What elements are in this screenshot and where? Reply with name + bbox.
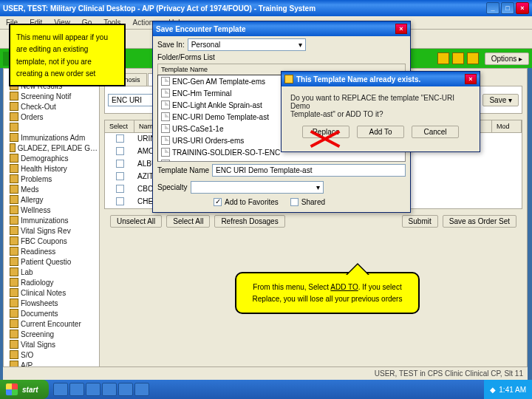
tree-item[interactable]: Immunizations Adm (5, 132, 98, 143)
file-icon (161, 100, 170, 109)
tree-item[interactable]: Problems (5, 174, 98, 184)
tree-item[interactable] (5, 122, 98, 132)
folder-icon (10, 154, 18, 163)
folder-icon (10, 247, 18, 256)
template-name-input[interactable]: ENC URI Demo Template-ast (212, 164, 406, 177)
folder-icon (10, 257, 18, 266)
refresh-dosages-button[interactable]: Refresh Dosages (214, 215, 284, 228)
clock: 1:41 AM (499, 386, 526, 394)
tree-item[interactable]: Wellness (5, 205, 98, 215)
red-x-overlay (309, 124, 341, 151)
tree-item[interactable]: Check-Out (5, 101, 98, 112)
folder-icon (10, 174, 18, 183)
order-checkbox[interactable] (105, 160, 134, 169)
tree-item[interactable]: FBC Coupons (5, 236, 98, 246)
cancel-button[interactable]: Cancel (412, 126, 459, 138)
chevron-down-icon: ▾ (299, 41, 302, 49)
warning-icon (284, 75, 293, 83)
tree-item[interactable]: Screening (5, 329, 98, 339)
tree-item[interactable]: Immunizations (5, 215, 98, 225)
taskbar-app-5[interactable] (118, 383, 133, 396)
tree-item[interactable]: Vital Signs (5, 339, 98, 349)
folder-icon (10, 92, 18, 100)
chevron-down-icon: ▾ (316, 183, 320, 191)
tree-item[interactable]: Meds (5, 184, 98, 194)
add-favorites-checkbox[interactable]: ✓Add to Favorites (214, 198, 279, 206)
order-checkbox[interactable] (105, 172, 134, 182)
add-to-button[interactable]: Add To (357, 126, 404, 138)
folder-icon (10, 267, 18, 276)
folder-icon (10, 278, 18, 287)
maximize-button[interactable]: □ (501, 2, 514, 14)
specialty-field: Specialty ▾ (153, 179, 410, 196)
tree-item[interactable]: GLADEZ, EPILADE G… (5, 143, 98, 153)
save-options: ✓Add to Favorites Shared (153, 196, 410, 208)
annotation-callout: From this menu, Select ADD TO. If you se… (235, 272, 420, 314)
minimize-button[interactable]: _ (486, 2, 499, 14)
folder-icon (10, 330, 18, 338)
specialty-combo[interactable]: ▾ (191, 181, 324, 194)
alert-v-icon[interactable] (437, 52, 449, 64)
tray-icon[interactable]: ◆ (490, 386, 496, 394)
folder-icon (10, 205, 18, 214)
tree-item[interactable]: Patient Questio (5, 256, 98, 267)
folder-icon (10, 350, 18, 359)
tree-item[interactable]: Screening Notif (5, 91, 98, 101)
save-in-field: Save In: Personal▾ (153, 36, 410, 53)
system-tray[interactable]: ◆ 1:41 AM (484, 380, 532, 399)
file-icon (161, 89, 170, 98)
folder-icon (10, 112, 18, 121)
select-all-button[interactable]: Select All (166, 215, 210, 228)
taskbar-app-1[interactable] (53, 383, 68, 396)
tree-item[interactable]: Allergy (5, 194, 98, 205)
save-dialog-close[interactable]: × (395, 24, 407, 34)
tree-item[interactable]: Health History (5, 163, 98, 174)
file-icon (161, 136, 170, 145)
tree-item[interactable]: Readiness (5, 246, 98, 256)
save-in-combo[interactable]: Personal▾ (188, 38, 306, 51)
alert-a-icon[interactable] (467, 52, 479, 64)
file-icon (161, 148, 170, 157)
taskbar-app-6[interactable] (134, 383, 149, 396)
tree-item[interactable]: Vital Signs Rev (5, 225, 98, 236)
save-dropdown-button[interactable]: Save ▾ (482, 94, 519, 106)
status-text: USER, TEST in CPS Clinic Clinical CP, Sl… (375, 369, 523, 378)
annotation-note-1: This menu will appear if you are editing… (9, 24, 126, 86)
tree-item[interactable]: Clinical Notes (5, 287, 98, 298)
confirm-close[interactable]: × (465, 74, 477, 84)
tree-item[interactable]: Documents (5, 308, 98, 318)
tree-item[interactable]: Lab (5, 267, 98, 277)
tree-item[interactable]: Current Encounter (5, 318, 98, 329)
options-button[interactable]: Options ▸ (485, 52, 529, 65)
save-dialog-title: Save Encounter Template × (153, 21, 410, 36)
tree-item[interactable]: Orders (5, 112, 98, 122)
submit-button[interactable]: Submit (402, 215, 438, 228)
alert-c-icon[interactable] (452, 52, 464, 64)
taskbar-app-3[interactable] (86, 383, 100, 396)
file-icon (161, 112, 170, 121)
tree-item[interactable]: Demographics (5, 153, 98, 163)
unselect-all-button[interactable]: Unselect All (110, 215, 162, 228)
col-select[interactable]: Select (105, 120, 134, 132)
folder-icon (10, 226, 18, 235)
taskbar-app-4[interactable] (102, 383, 117, 396)
order-checkbox[interactable] (105, 197, 134, 207)
tree-item[interactable]: Flowsheets (5, 298, 98, 308)
app-title: USER, TEST: Military Clinical Desktop - … (3, 4, 316, 13)
template-name-field: Template Name ENC URI Demo Template-ast (153, 162, 410, 179)
start-button[interactable]: start (0, 380, 49, 399)
folder-icon (10, 288, 18, 297)
order-checkbox[interactable] (105, 134, 134, 144)
tree-item[interactable]: Radiology (5, 277, 98, 287)
col-mod[interactable]: Mod (492, 120, 522, 132)
tree-item[interactable]: S/O (5, 349, 98, 360)
folder-icon (10, 236, 18, 245)
taskbar-app-2[interactable] (69, 383, 84, 396)
close-button[interactable]: × (516, 2, 529, 14)
save-order-set-button[interactable]: Save as Order Set (443, 215, 516, 228)
order-checkbox[interactable] (105, 147, 134, 157)
shared-checkbox[interactable]: Shared (290, 198, 325, 206)
order-checkbox[interactable] (105, 185, 134, 194)
nav-tree[interactable]: List ManagementNew ResultsScreening Noti… (4, 69, 100, 379)
folder-icon (10, 319, 18, 328)
